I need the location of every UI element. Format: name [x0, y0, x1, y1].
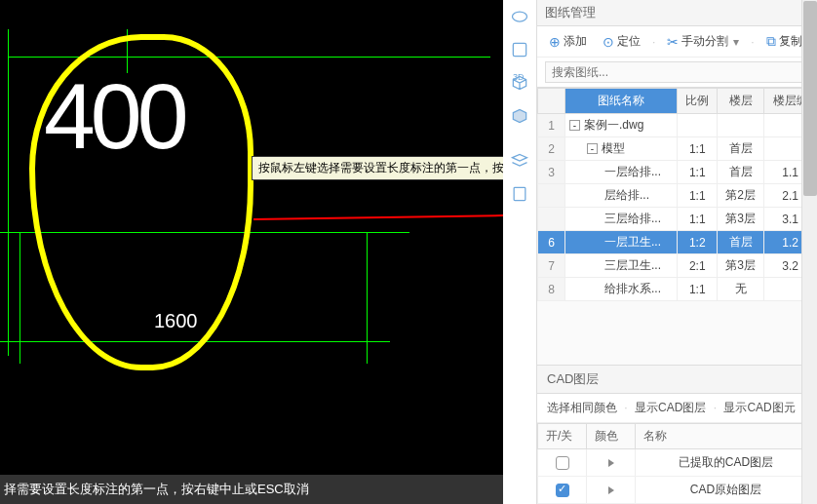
expand-icon[interactable] [608, 486, 614, 494]
layer-row[interactable]: CAD原始图层 [538, 477, 817, 504]
table-row[interactable]: 1 -案例一.dwg [538, 114, 817, 137]
tree-toggle-icon[interactable]: - [569, 120, 580, 131]
highlight-annotation [29, 34, 253, 370]
checkbox[interactable] [556, 484, 569, 497]
copy-button[interactable]: ⧉复制 [762, 31, 806, 52]
page-tool-icon[interactable] [507, 181, 532, 207]
table-row[interactable]: 层给排... 1:1第2层2.1 [538, 184, 817, 208]
table-row[interactable]: 三层给排... 1:1第3层3.1 [538, 208, 817, 231]
dimension-line [367, 232, 368, 364]
dimension-line [19, 232, 20, 364]
layer-panel: CAD图层 选择相同颜色 · 显示CAD图层 · 显示CAD图元 开/关 颜色 … [537, 365, 817, 504]
svg-point-1 [513, 12, 527, 21]
side-panel: 3D 图纸管理 ⊕添加 ⊙定位 · ✂手动分割▾ · ⧉复制 图纸名称 比例 [503, 0, 817, 504]
show-cad-layer-button[interactable]: 显示CAD图层 [635, 401, 706, 414]
add-button[interactable]: ⊕添加 [545, 31, 591, 52]
cad-canvas[interactable]: 400 1600 按鼠标左键选择需要设置长度标注的第一点，按右键中止或ESC取消… [0, 0, 503, 504]
split-icon: ✂ [667, 34, 679, 50]
layer-col-color: 颜色 [587, 424, 636, 449]
layers-tool-icon[interactable] [507, 148, 532, 174]
canvas-tooltip: 按鼠标左键选择需要设置长度标注的第一点，按右键中止或ESC取消 [252, 156, 503, 180]
drawing-table: 图纸名称 比例 楼层 楼层编 1 -案例一.dwg 2 -模型 1:1首层3 一… [537, 88, 817, 301]
select-same-color-button[interactable]: 选择相同颜色 [547, 401, 617, 414]
layer-row[interactable]: 已提取的CAD图层 [538, 449, 817, 477]
locate-icon: ⊙ [603, 34, 614, 50]
col-floor[interactable]: 楼层 [718, 89, 764, 114]
table-row[interactable]: 6 一层卫生... 1:2首层1.2 [538, 231, 817, 254]
locate-button[interactable]: ⊙定位 [599, 31, 644, 52]
layer-panel-title: CAD图层 [537, 366, 817, 394]
tool-strip: 3D [503, 0, 537, 504]
scroll-thumb[interactable] [803, 1, 817, 196]
search-input[interactable] [545, 61, 809, 83]
face-tool-icon[interactable] [507, 103, 532, 129]
status-bar: 择需要设置长度标注的第一点，按右键中止或ESC取消 [0, 475, 503, 504]
layer-col-toggle: 开/关 [538, 424, 587, 449]
checkbox[interactable] [556, 456, 569, 470]
layer-table: 开/关 颜色 名称 已提取的CAD图层 CAD原始图层 [537, 423, 817, 504]
col-name[interactable]: 图纸名称 [565, 89, 678, 114]
scrollbar[interactable] [801, 0, 817, 504]
dimension-line [8, 29, 9, 356]
expand-icon[interactable] [608, 459, 614, 467]
svg-line-0 [253, 213, 503, 219]
ellipse-tool-icon[interactable] [507, 4, 532, 29]
col-index[interactable] [538, 89, 565, 114]
add-icon: ⊕ [549, 34, 561, 50]
tree-toggle-icon[interactable]: - [587, 143, 598, 154]
layer-toolbar: 选择相同颜色 · 显示CAD图层 · 显示CAD图元 [537, 394, 817, 423]
table-row[interactable]: 2 -模型 1:1首层 [538, 137, 817, 161]
table-row[interactable]: 8 给排水系... 1:1无 [538, 278, 817, 301]
svg-rect-3 [514, 187, 525, 200]
show-cad-elem-button[interactable]: 显示CAD图元 [723, 401, 795, 414]
svg-rect-2 [513, 43, 525, 56]
panel-main: 图纸管理 ⊕添加 ⊙定位 · ✂手动分割▾ · ⧉复制 图纸名称 比例 楼层 楼… [537, 0, 817, 504]
table-row[interactable]: 3 一层给排... 1:1首层1.1 [538, 161, 817, 184]
copy-icon: ⧉ [766, 33, 776, 50]
layer-col-name: 名称 [636, 424, 817, 449]
cube-3d-tool-icon[interactable]: 3D [507, 37, 532, 62]
drawing-toolbar: ⊕添加 ⊙定位 · ✂手动分割▾ · ⧉复制 [537, 26, 817, 58]
drawing-panel-title: 图纸管理 [537, 0, 817, 26]
manual-split-button[interactable]: ✂手动分割▾ [663, 31, 743, 52]
table-row[interactable]: 7 三层卫生... 2:1第3层3.2 [538, 254, 817, 278]
col-scale[interactable]: 比例 [678, 89, 718, 114]
